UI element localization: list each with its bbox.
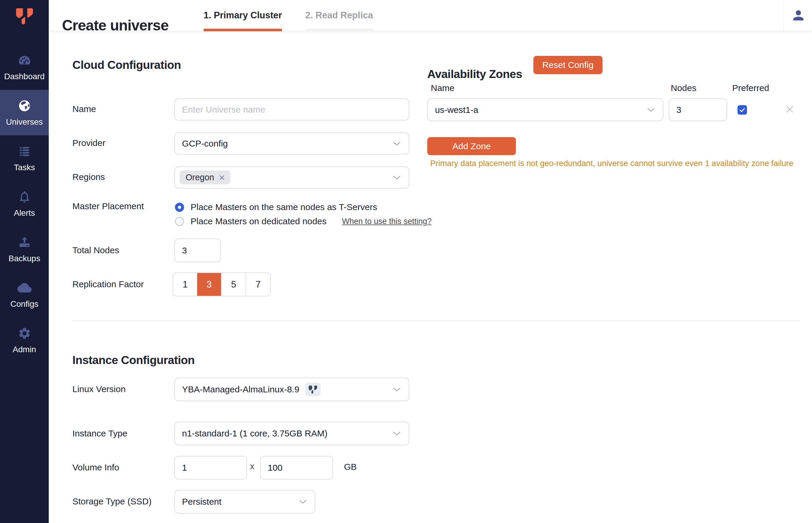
linux-version-select[interactable]: YBA-Managed-AlmaLinux-8.9 [174, 378, 409, 401]
gear-icon [17, 326, 32, 340]
geo-redundancy-warning: Primary data placement is not geo-redund… [430, 159, 793, 168]
linux-version-value: YBA-Managed-AlmaLinux-8.9 [182, 384, 299, 395]
instance-type-value: n1-standard-1 (1 core, 3.75GB RAM) [182, 429, 327, 438]
sidebar-item-tasks[interactable]: Tasks [0, 135, 49, 181]
volume-count-input[interactable] [174, 456, 247, 480]
replication-factor-group: 1 3 5 7 [173, 272, 271, 296]
section-divider [72, 321, 800, 321]
zone-nodes-input[interactable] [669, 98, 727, 121]
chevron-down-icon [299, 499, 307, 504]
instance-type-label: Instance Type [72, 429, 127, 438]
sidebar-item-admin[interactable]: Admin [0, 317, 49, 363]
check-icon [739, 108, 745, 112]
universe-name-input[interactable] [174, 98, 409, 121]
provider-label: Provider [72, 138, 106, 148]
replication-factor-option-3[interactable]: 3 [197, 273, 221, 296]
zone-name-select[interactable]: us-west1-a [427, 98, 663, 121]
preferred-checkbox[interactable] [738, 105, 747, 115]
tab-primary-cluster[interactable]: 1. Primary Cluster [203, 0, 282, 31]
master-placement-option-shared[interactable]: Place Masters on the same nodes as T-Ser… [175, 202, 377, 212]
create-universe-page: { "colors": { "accent_orange": "#DF5F39"… [0, 0, 812, 523]
chevron-down-icon [393, 175, 401, 180]
region-chip-label: Oregon [185, 173, 214, 182]
total-nodes-input[interactable] [174, 238, 221, 263]
wizard-tabs: 1. Primary Cluster 2. Read Replica [203, 0, 373, 31]
task-list-icon [17, 144, 32, 158]
provider-select[interactable]: GCP-config [174, 132, 409, 155]
chevron-down-icon [647, 108, 655, 112]
replication-factor-option-1[interactable]: 1 [173, 273, 197, 296]
backup-upload-icon [17, 235, 32, 249]
storage-type-value: Persistent [182, 497, 221, 507]
sidebar: Dashboard Universes Tasks Alerts Backups… [0, 0, 49, 523]
tab-read-replica[interactable]: 2. Read Replica [305, 0, 373, 31]
region-chip: Oregon [180, 170, 230, 184]
az-column-name: Name [431, 83, 454, 93]
chevron-down-icon [393, 141, 401, 146]
radio-option-label: Place Masters on the same nodes as T-Ser… [191, 202, 377, 212]
bell-icon [17, 190, 32, 204]
sidebar-item-label: Configs [10, 299, 38, 309]
sidebar-item-label: Tasks [14, 163, 35, 172]
header-divider [783, 0, 783, 31]
storage-type-select[interactable]: Persistent [174, 490, 315, 513]
master-placement-option-dedicated[interactable]: Place Masters on dedicated nodes When to… [175, 216, 431, 226]
volume-size-input[interactable] [260, 456, 333, 480]
regions-label: Regions [72, 172, 105, 182]
yugabyte-y-icon [15, 7, 35, 25]
az-column-nodes: Nodes [671, 83, 697, 93]
linux-version-label: Linux Version [72, 384, 126, 394]
reset-config-button[interactable]: Reset Config [534, 56, 602, 74]
replication-factor-label: Replication Factor [72, 279, 144, 289]
yugabyte-logo[interactable] [0, 7, 49, 25]
az-column-preferred: Preferred [732, 83, 769, 93]
availability-zones-heading: Availability Zones [427, 68, 522, 81]
volume-info-label: Volume Info [72, 463, 119, 472]
yba-managed-badge [305, 383, 321, 396]
user-profile-icon[interactable] [791, 8, 806, 23]
remove-zone-icon[interactable] [784, 104, 795, 115]
sidebar-item-dashboard[interactable]: Dashboard [0, 44, 49, 90]
volume-multiply-symbol: x [250, 462, 254, 471]
zone-name-value: us-west1-a [435, 105, 479, 115]
sidebar-item-label: Admin [13, 345, 36, 354]
gauge-icon [17, 53, 32, 67]
chevron-down-icon [393, 431, 401, 436]
page-title: Create universe [62, 17, 168, 34]
master-placement-label: Master Placement [72, 201, 144, 211]
radio-unselected-icon[interactable] [175, 217, 184, 226]
add-zone-button[interactable]: Add Zone [427, 137, 516, 155]
instance-configuration-heading: Instance Configuration [72, 354, 195, 367]
regions-multiselect[interactable]: Oregon [174, 166, 409, 188]
cloud-configuration-heading: Cloud Configuration [72, 58, 181, 72]
sidebar-item-configs[interactable]: Configs [0, 272, 49, 317]
provider-value: GCP-config [182, 139, 228, 149]
sidebar-item-label: Alerts [14, 208, 35, 218]
volume-unit-label: GB [344, 462, 357, 472]
when-to-use-link[interactable]: When to use this setting? [342, 217, 431, 226]
sidebar-item-label: Dashboard [4, 72, 44, 81]
sidebar-item-alerts[interactable]: Alerts [0, 181, 49, 226]
sidebar-item-label: Universes [6, 117, 42, 127]
cloud-upload-icon [17, 281, 32, 295]
top-header: Create universe 1. Primary Cluster 2. Re… [49, 0, 812, 31]
replication-factor-option-5[interactable]: 5 [221, 273, 246, 296]
sidebar-item-backups[interactable]: Backups [0, 226, 49, 272]
sidebar-item-universes[interactable]: Universes [0, 90, 49, 135]
instance-type-select[interactable]: n1-standard-1 (1 core, 3.75GB RAM) [174, 422, 409, 445]
sidebar-item-label: Backups [8, 254, 40, 263]
replication-factor-option-7[interactable]: 7 [246, 273, 270, 296]
storage-type-label: Storage Type (SSD) [72, 497, 151, 506]
remove-region-icon[interactable] [218, 174, 225, 181]
globe-icon [17, 99, 32, 113]
name-label: Name [72, 104, 96, 114]
chevron-down-icon [393, 387, 401, 392]
radio-option-label: Place Masters on dedicated nodes [191, 216, 326, 226]
yugabyte-y-icon [308, 385, 318, 394]
total-nodes-label: Total Nodes [72, 245, 119, 255]
radio-selected-icon[interactable] [175, 203, 184, 212]
